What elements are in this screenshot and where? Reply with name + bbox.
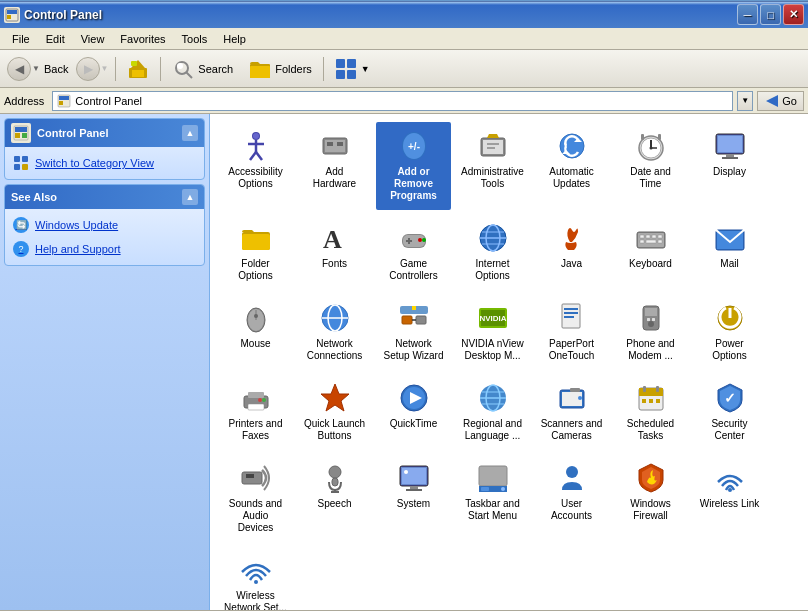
icon-item-accessibility[interactable]: Accessibility Options [218, 122, 293, 210]
svg-marker-19 [766, 95, 778, 107]
icon-item-scanners[interactable]: Scanners and Cameras [534, 374, 609, 450]
phone-modem-icon [635, 302, 667, 334]
svg-rect-148 [479, 466, 507, 486]
svg-rect-78 [652, 235, 656, 238]
switch-category-link[interactable]: Switch to Category View [5, 151, 204, 175]
auto-update-label: Automatic Updates [540, 166, 603, 190]
menu-help[interactable]: Help [215, 31, 254, 47]
window-icon [4, 7, 20, 23]
address-bar: Address Control Panel ▼ Go [0, 88, 808, 114]
toolbar-separator-3 [323, 57, 324, 81]
internet-options-label: Internet Options [461, 258, 524, 282]
menu-favorites[interactable]: Favorites [112, 31, 173, 47]
accessibility-icon [240, 130, 272, 162]
icon-item-quicktime[interactable]: QuickTime [376, 374, 451, 450]
keyboard-icon [635, 222, 667, 254]
icon-item-speech[interactable]: Speech [297, 454, 372, 542]
icon-item-regional[interactable]: Regional and Language ... [455, 374, 530, 450]
icon-item-sounds[interactable]: Sounds and Audio Devices [218, 454, 293, 542]
internet-options-icon [477, 222, 509, 254]
panel1-collapse[interactable]: ▲ [182, 125, 198, 141]
icon-item-add-hardware[interactable]: Add Hardware [297, 122, 372, 210]
icon-item-add-remove[interactable]: +/-Add or Remove Programs [376, 122, 451, 210]
menu-tools[interactable]: Tools [174, 31, 216, 47]
icon-item-phone-modem[interactable]: Phone and Modem ... [613, 294, 688, 370]
icon-item-date-time[interactable]: Date and Time [613, 122, 688, 210]
svg-rect-101 [564, 312, 578, 314]
phone-modem-label: Phone and Modem ... [619, 338, 682, 362]
icon-item-user-accounts[interactable]: User Accounts [534, 454, 609, 542]
go-button[interactable]: Go [757, 91, 804, 111]
folder-options-icon [240, 222, 272, 254]
icon-item-windows-firewall[interactable]: Windows Firewall [613, 454, 688, 542]
icon-item-keyboard[interactable]: Keyboard [613, 214, 688, 290]
windows-update-link[interactable]: 🔄 Windows Update [5, 213, 204, 237]
menu-view[interactable]: View [73, 31, 113, 47]
window-title: Control Panel [24, 8, 737, 22]
close-button[interactable]: ✕ [783, 4, 804, 25]
icon-item-folder-options[interactable]: Folder Options [218, 214, 293, 290]
icon-item-wireless-network[interactable]: Wireless Network Set... [218, 546, 293, 610]
svg-rect-82 [658, 240, 662, 243]
svg-rect-137 [246, 474, 254, 478]
icon-item-display[interactable]: Display [692, 122, 767, 210]
icon-item-paperport[interactable]: PaperPort OneTouch [534, 294, 609, 370]
back-button[interactable]: ◀ ▼ Back [4, 55, 71, 83]
taskbar-icon [477, 462, 509, 494]
svg-rect-36 [327, 142, 333, 146]
search-button[interactable]: Search [165, 55, 240, 83]
add-remove-label: Add or Remove Programs [382, 166, 445, 202]
address-dropdown[interactable]: ▼ [737, 91, 753, 111]
icon-item-network-connections[interactable]: Network Connections [297, 294, 372, 370]
icon-item-game-controllers[interactable]: Game Controllers [376, 214, 451, 290]
icon-item-mail[interactable]: Mail [692, 214, 767, 290]
network-connections-icon [319, 302, 351, 334]
folders-button[interactable]: Folders [242, 55, 319, 83]
svg-rect-2 [7, 15, 11, 19]
svg-text:+/-: +/- [408, 141, 420, 152]
sidebar-panel-control-panel: Control Panel ▲ Switch to Category View [4, 118, 205, 180]
icon-item-printers-faxes[interactable]: Printers and Faxes [218, 374, 293, 450]
svg-rect-23 [22, 133, 27, 138]
icon-item-java[interactable]: Java [534, 214, 609, 290]
help-support-link[interactable]: ? Help and Support [5, 237, 204, 261]
minimize-button[interactable]: ─ [737, 4, 758, 25]
mail-icon [714, 222, 746, 254]
views-button[interactable]: ▼ [328, 55, 377, 83]
icon-item-auto-update[interactable]: Automatic Updates [534, 122, 609, 210]
forward-button[interactable]: ▶ ▼ [73, 55, 111, 83]
icon-item-nvidia[interactable]: NVIDIANVIDIA nView Desktop M... [455, 294, 530, 370]
icon-item-admin-tools[interactable]: Administrative Tools [455, 122, 530, 210]
maximize-button[interactable]: □ [760, 4, 781, 25]
mail-label: Mail [720, 258, 738, 270]
speech-icon [319, 462, 351, 494]
panel2-collapse[interactable]: ▲ [182, 189, 198, 205]
icon-item-internet-options[interactable]: Internet Options [455, 214, 530, 290]
svg-point-152 [566, 466, 578, 478]
icon-item-quick-launch[interactable]: Quick Launch Buttons [297, 374, 372, 450]
svg-line-32 [250, 152, 256, 160]
menu-file[interactable]: File [4, 31, 38, 47]
svg-rect-104 [645, 308, 657, 316]
svg-rect-93 [416, 316, 426, 324]
scanners-icon [556, 382, 588, 414]
icon-item-wireless-link[interactable]: Wireless Link [692, 454, 767, 542]
icon-item-security-center[interactable]: ✓Security Center [692, 374, 767, 450]
menu-edit[interactable]: Edit [38, 31, 73, 47]
icon-item-fonts[interactable]: AFonts [297, 214, 372, 290]
icon-item-scheduled-tasks[interactable]: Scheduled Tasks [613, 374, 688, 450]
svg-rect-80 [640, 240, 644, 243]
icon-item-system[interactable]: System [376, 454, 451, 542]
svg-rect-77 [646, 235, 650, 238]
scanners-label: Scanners and Cameras [540, 418, 603, 442]
svg-line-8 [186, 72, 192, 78]
icon-item-power-options[interactable]: Power Options [692, 294, 767, 370]
icon-item-taskbar[interactable]: Taskbar and Start Menu [455, 454, 530, 542]
up-button[interactable] [120, 55, 156, 83]
icon-item-network-setup[interactable]: Network Setup Wizard [376, 294, 451, 370]
address-field[interactable]: Control Panel [52, 91, 733, 111]
svg-rect-22 [15, 133, 20, 138]
svg-point-138 [329, 466, 341, 478]
printers-faxes-label: Printers and Faxes [224, 418, 287, 442]
icon-item-mouse[interactable]: Mouse [218, 294, 293, 370]
